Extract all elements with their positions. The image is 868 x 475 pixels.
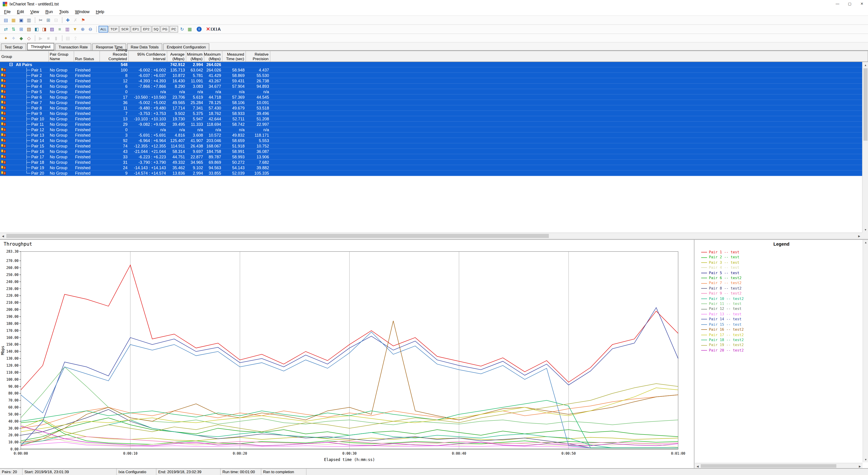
- table-row-pair-19[interactable]: ├─Pair 19No GroupFinished24-14.143 : +14…: [0, 165, 868, 171]
- replicate-pair-icon[interactable]: ⊞: [18, 26, 25, 33]
- legend-item-pair-14[interactable]: Pair 14 -- test: [701, 317, 744, 322]
- open-test-icon[interactable]: ▦: [10, 17, 17, 24]
- legend-item-pair-15[interactable]: Pair 15 -- test: [701, 322, 744, 327]
- legend-item-pair-6[interactable]: Pair 6 -- test2: [701, 275, 744, 281]
- table-row-pair-12[interactable]: ├─Pair 12No GroupFinished0n/an/an/an/an/…: [0, 127, 868, 132]
- table-row-pair-15[interactable]: ├─Pair 15No GroupFinished74-12.355 : +12…: [0, 143, 868, 149]
- scroll-right-icon[interactable]: ▶: [857, 463, 863, 469]
- refresh-view-icon[interactable]: ↻: [178, 26, 186, 33]
- add-endpoint-pair-icon[interactable]: ✦: [2, 35, 9, 41]
- menu-file[interactable]: File: [1, 7, 14, 16]
- table-row-pair-13[interactable]: ├─Pair 13No GroupFinished3-5.691 : +5.69…: [0, 132, 868, 138]
- table-row-pair-20[interactable]: └─Pair 20No GroupFinished9-14.574 : +14.…: [0, 171, 868, 176]
- legend-item-pair-12[interactable]: Pair 12 -- test: [701, 306, 744, 312]
- legend-horizontal-scrollbar[interactable]: ◀ ▶: [695, 463, 863, 468]
- zoom-out-icon[interactable]: ⊖: [87, 26, 94, 33]
- scroll-thumb[interactable]: [6, 234, 549, 238]
- legend-item-pair-2[interactable]: Pair 2 -- test: [701, 255, 744, 260]
- scroll-down-icon[interactable]: ▼: [863, 457, 868, 462]
- edit-run-options-icon[interactable]: ◆: [18, 35, 25, 41]
- delete-pair-icon[interactable]: ✗: [72, 17, 79, 24]
- table-row-pair-9[interactable]: ├─Pair 9No GroupFinished7-3.753 : +3.753…: [0, 111, 868, 116]
- legend-item-pair-4[interactable]: Pair 4 -- test: [701, 265, 744, 270]
- paste-icon[interactable]: ⊟: [53, 17, 60, 24]
- menu-window[interactable]: Window: [72, 7, 93, 16]
- print-icon[interactable]: ▥: [25, 17, 33, 24]
- pause-run-icon[interactable]: ▮: [53, 35, 60, 41]
- legend-item-pair-1[interactable]: Pair 1 -- test: [701, 250, 744, 255]
- scroll-up-icon[interactable]: ▲: [863, 62, 868, 68]
- table-row-pair-11[interactable]: ├─Pair 11No GroupFinished29-9.082 : +9.0…: [0, 122, 868, 127]
- menu-help[interactable]: Help: [93, 7, 107, 16]
- table-row-pair-7[interactable]: ├─Pair 7No GroupFinished36-5.002 : +5.00…: [0, 100, 868, 106]
- table-horizontal-scrollbar[interactable]: ◀ ▶: [0, 233, 862, 238]
- tab-endpoint-configuration[interactable]: Endpoint Configuration: [163, 43, 210, 50]
- tab-throughput[interactable]: Throughput: [27, 43, 54, 50]
- scroll-thumb[interactable]: [864, 68, 868, 141]
- tab-test-setup[interactable]: Test Setup: [1, 43, 26, 50]
- table-row-pair-18[interactable]: ├─Pair 18No GroupFinished31-3.790 : +3.7…: [0, 160, 868, 165]
- menu-view[interactable]: View: [27, 7, 42, 16]
- table-row-pair-14[interactable]: ├─Pair 14No GroupFinished92-6.964 : +6.9…: [0, 138, 868, 143]
- filter-toggle-scr[interactable]: SCR: [120, 26, 130, 33]
- table-vertical-scrollbar[interactable]: ▲ ▼: [862, 62, 868, 233]
- table-row-pair-4[interactable]: ├─Pair 4No GroupFinished6-7.866 : +7.866…: [0, 84, 868, 89]
- col-header-confidence[interactable]: 95% Confidence Interval: [129, 51, 167, 61]
- filter-icon[interactable]: ▼: [71, 26, 79, 33]
- menu-tools[interactable]: Tools: [56, 7, 72, 16]
- run-test-icon[interactable]: ⚑: [80, 17, 87, 24]
- tab-transaction-rate[interactable]: Transaction Rate: [55, 43, 91, 50]
- report-icon[interactable]: ▤: [64, 35, 71, 41]
- table-row-pair-1[interactable]: ├─Pair 1No GroupFinished100-6.002 : +6.0…: [0, 67, 868, 73]
- snapshot-icon[interactable]: ▦: [186, 26, 193, 33]
- cut-icon[interactable]: ✂: [37, 17, 44, 24]
- col-header-measured-time[interactable]: Measured Time (sec): [222, 51, 246, 61]
- stop-run-icon[interactable]: ■: [45, 35, 52, 41]
- filter-toggle-pc[interactable]: PC: [170, 26, 178, 33]
- legend-item-pair-16[interactable]: Pair 16 -- test2: [701, 327, 744, 332]
- group-pairs-icon[interactable]: ▧: [25, 26, 33, 33]
- new-test-icon[interactable]: ▤: [2, 17, 9, 24]
- view-options-icon[interactable]: ≡: [56, 26, 63, 33]
- save-test-icon[interactable]: ▣: [18, 17, 25, 24]
- add-multicast-pair-icon[interactable]: ✧: [10, 35, 17, 41]
- copy-icon[interactable]: ⊞: [45, 17, 52, 24]
- scroll-up-icon[interactable]: ▲: [863, 240, 868, 245]
- legend-item-pair-19[interactable]: Pair 19 -- test2: [701, 343, 744, 348]
- col-header-timing-records[interactable]: Timing Records Completed: [100, 51, 129, 61]
- col-header-group[interactable]: Group: [0, 51, 49, 61]
- table-row-pair-17[interactable]: ├─Pair 17No GroupFinished33-6.223 : +6.2…: [0, 154, 868, 160]
- col-header-relative-precision[interactable]: Relative Precision: [246, 51, 270, 61]
- collapse-icon[interactable]: −: [9, 63, 13, 66]
- export-results-icon[interactable]: ⇪: [72, 35, 79, 41]
- menu-edit[interactable]: Edit: [14, 7, 27, 16]
- endpoint-pair-icon[interactable]: ◨: [41, 26, 48, 33]
- scroll-right-icon[interactable]: ▶: [856, 233, 862, 239]
- legend-item-pair-10[interactable]: Pair 10 -- test2: [701, 296, 744, 301]
- legend-item-pair-7[interactable]: Pair 7 -- test2: [701, 281, 744, 286]
- add-pair-icon[interactable]: ✚: [64, 17, 71, 24]
- table-row-pair-10[interactable]: ├─Pair 10No GroupFinished13-10.103 : +10…: [0, 116, 868, 122]
- col-header-run-status[interactable]: Run Status: [74, 51, 100, 61]
- scroll-down-icon[interactable]: ▼: [863, 227, 868, 233]
- legend-item-pair-18[interactable]: Pair 18 -- test2: [701, 337, 744, 343]
- col-header-minimum[interactable]: Minimum (Mbps): [186, 51, 204, 61]
- table-row-all-pairs[interactable]: − All Pairs 548 742.912 2.994 264.026: [0, 62, 868, 67]
- start-run-icon[interactable]: ▶: [37, 35, 44, 41]
- close-button[interactable]: ✕: [856, 0, 868, 8]
- table-row-pair-5[interactable]: ├─Pair 5No GroupFinished0n/an/an/an/an/a…: [0, 89, 868, 94]
- filter-toggle-pg[interactable]: PG: [161, 26, 169, 33]
- legend-item-pair-3[interactable]: Pair 3 -- test: [701, 260, 744, 265]
- schedule-run-icon[interactable]: ◇: [25, 35, 33, 41]
- filter-toggle-ep1[interactable]: EP1: [131, 26, 141, 33]
- filter-toggle-tcp[interactable]: TCP: [109, 26, 119, 33]
- col-header-average[interactable]: Average (Mbps): [167, 51, 186, 61]
- table-row-pair-8[interactable]: ├─Pair 8No GroupFinished11-9.480 : +9.48…: [0, 106, 868, 111]
- scroll-thumb[interactable]: [701, 464, 836, 468]
- swap-endpoints-icon[interactable]: ⇅: [10, 26, 17, 33]
- scroll-left-icon[interactable]: ◀: [695, 463, 700, 469]
- console-endpoint-icon[interactable]: ◧: [33, 26, 40, 33]
- legend-item-pair-8[interactable]: Pair 8 -- test2: [701, 286, 744, 291]
- zoom-in-icon[interactable]: ⊕: [79, 26, 86, 33]
- filter-toggle-ep2[interactable]: EP2: [141, 26, 151, 33]
